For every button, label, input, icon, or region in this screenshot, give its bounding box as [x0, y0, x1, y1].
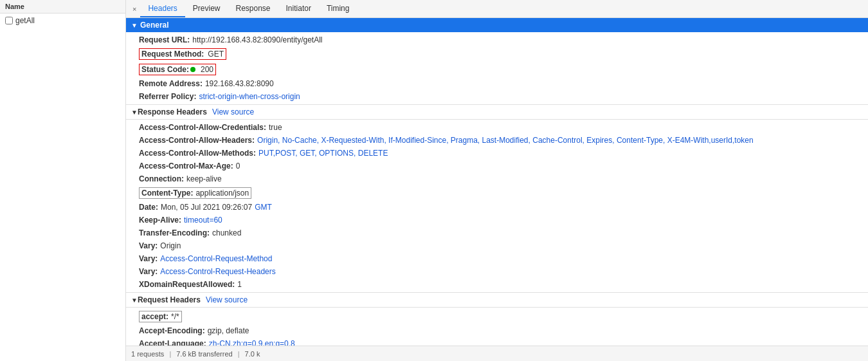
rh-row-10: Vary: Access-Control-Request-Method: [126, 252, 868, 265]
request-method-box: Request Method: GET: [139, 48, 226, 60]
rh-row-7: Keep-Alive: timeout=60: [126, 214, 868, 227]
rh-row-5: Content-Type: application/json: [126, 185, 868, 201]
rh-value-9: Origin: [160, 241, 181, 250]
rh-row-1: Access-Control-Allow-Headers: Origin, No…: [126, 134, 868, 147]
rh-label-3: Access-Control-Max-Age:: [139, 162, 233, 171]
tab-close-button[interactable]: ×: [129, 3, 140, 15]
rh-value-5: application/json: [195, 189, 249, 198]
rh-label-2: Access-Control-Allow-Methods:: [139, 149, 256, 158]
tab-response[interactable]: Response: [228, 1, 278, 17]
rh-label-4: Connection:: [139, 174, 184, 183]
response-headers-title: Response Headers: [138, 107, 207, 116]
referrer-policy-value: strict-origin-when-cross-origin: [199, 92, 300, 101]
status-code-label: Status Code:: [141, 65, 189, 74]
sidebar-item-getall[interactable]: getAll: [0, 14, 125, 28]
getall-label: getAll: [15, 16, 35, 25]
getall-checkbox[interactable]: [5, 17, 13, 24]
tab-initiator[interactable]: Initiator: [278, 1, 319, 17]
bottom-bar: 1 requests | 7.6 kB transferred | 7.0 k: [126, 346, 868, 361]
tab-headers[interactable]: Headers: [140, 1, 185, 17]
tab-timing[interactable]: Timing: [319, 1, 357, 17]
rh-label-11: Vary:: [139, 267, 158, 276]
rh-value-7: timeout=60: [184, 216, 222, 225]
remote-address-value: 192.168.43.82:8090: [205, 79, 274, 88]
status-code-box: Status Code: 200: [139, 64, 216, 75]
request-method-row: Request Method: GET: [126, 46, 868, 62]
remote-address-label: Remote Address:: [139, 79, 203, 88]
request-headers-view-source[interactable]: View source: [206, 295, 248, 304]
request-method-label: Request Method:: [141, 50, 204, 59]
tab-preview[interactable]: Preview: [185, 1, 228, 17]
rh-row-12: XDomainRequestAllowed: 1: [126, 278, 868, 291]
rh-label-1: Access-Control-Allow-Headers:: [139, 136, 255, 145]
rh-row-3: Access-Control-Max-Age: 0: [126, 160, 868, 172]
rh-value-2: PUT,POST, GET, OPTIONS, DELETE: [258, 149, 388, 158]
reqh-row-0: accept: */*: [126, 309, 868, 324]
reqh-row-1: Accept-Encoding: gzip, deflate: [126, 324, 868, 337]
general-section-header: ▼ General: [126, 18, 868, 32]
request-headers-body: accept: */* Accept-Encoding: gzip, defla…: [126, 308, 868, 346]
separator-1: |: [169, 350, 171, 358]
rh-label-12: XDomainRequestAllowed:: [139, 280, 235, 289]
rh-value-1: Origin, No-Cache, X-Requested-With, If-M…: [257, 136, 754, 145]
sidebar-header: Name: [0, 0, 125, 14]
status-dot: [190, 67, 195, 72]
request-headers-header: ▼ Request Headers View source: [126, 292, 868, 308]
tabs-bar: × Headers Preview Response Initiator Tim…: [126, 0, 868, 18]
referrer-policy-label: Referrer Policy:: [139, 92, 196, 101]
request-url-label: Request URL:: [139, 35, 190, 44]
rh-label-8: Transfer-Encoding:: [139, 228, 210, 237]
response-headers-view-source[interactable]: View source: [212, 107, 254, 116]
status-code-row: Status Code: 200: [126, 62, 868, 77]
rh-row-4: Connection: keep-alive: [126, 172, 868, 185]
response-headers-triangle: ▼: [131, 109, 138, 116]
response-headers-header: ▼ Response Headers View source: [126, 104, 868, 120]
rh-label-5: Content-Type:: [141, 189, 193, 198]
rh-row-2: Access-Control-Allow-Methods: PUT,POST, …: [126, 147, 868, 160]
rh-label-10: Vary:: [139, 254, 158, 263]
general-triangle: ▼: [131, 22, 138, 29]
rh-label-6: Date:: [139, 203, 158, 212]
reqh-label-1: Accept-Encoding:: [139, 326, 205, 335]
status-code-value: 200: [201, 65, 213, 74]
requests-count: 1 requests: [131, 350, 164, 358]
separator-2: |: [238, 350, 240, 358]
rh-value-4: keep-alive: [186, 174, 222, 183]
referrer-policy-row: Referrer Policy: strict-origin-when-cros…: [126, 90, 868, 103]
rh-value-10: Access-Control-Request-Method: [160, 254, 272, 263]
size-label: 7.0 k: [245, 350, 260, 358]
rh-row-11: Vary: Access-Control-Request-Headers: [126, 265, 868, 278]
rh-value-3: 0: [236, 162, 240, 171]
remote-address-row: Remote Address: 192.168.43.82:8090: [126, 77, 868, 90]
request-url-value: http://192.168.43.82:8090/entity/getAll: [192, 35, 322, 44]
rh-row-0: Access-Control-Allow-Credentials: true: [126, 121, 868, 134]
response-headers-body: Access-Control-Allow-Credentials: true A…: [126, 120, 868, 292]
rh-row-9: Vary: Origin: [126, 239, 868, 252]
reqh-value-0: */*: [171, 312, 179, 321]
rh-value-12: 1: [237, 280, 242, 289]
sidebar: Name getAll: [0, 0, 126, 361]
rh-label-7: Keep-Alive:: [139, 216, 181, 225]
request-headers-title: Request Headers: [138, 295, 201, 304]
rh-label-0: Access-Control-Allow-Credentials:: [139, 123, 266, 132]
reqh-value-1: gzip, deflate: [208, 326, 249, 335]
accept-box: accept: */*: [139, 311, 182, 322]
rh-row-8: Transfer-Encoding: chunked: [126, 227, 868, 239]
rh-value-8: chunked: [212, 228, 241, 237]
general-title: General: [140, 21, 169, 30]
request-method-value: GET: [208, 50, 224, 59]
rh-row-6: Date: Mon, 05 Jul 2021 09:26:07 GMT: [126, 201, 868, 214]
request-url-row: Request URL: http://192.168.43.82:8090/e…: [126, 33, 868, 46]
rh-value-11: Access-Control-Request-Headers: [160, 267, 275, 276]
content-panel: ▼ General Request URL: http://192.168.43…: [126, 18, 868, 346]
rh-value-6-normal: Mon, 05 Jul 2021 09:26:07: [161, 203, 252, 212]
reqh-row-2: Accept-Language: zh-CN,zh;q=0.9,en;q=0.8: [126, 337, 868, 346]
general-body: Request URL: http://192.168.43.82:8090/e…: [126, 32, 868, 104]
reqh-value-2: zh-CN,zh;q=0.9,en;q=0.8: [209, 339, 295, 346]
rh-value-0: true: [269, 123, 282, 132]
reqh-label-2: Accept-Language:: [139, 339, 206, 346]
content-type-box: Content-Type: application/json: [139, 187, 251, 199]
rh-label-9: Vary:: [139, 241, 158, 250]
transferred-size: 7.6 kB transferred: [176, 350, 232, 358]
reqh-label-0: accept:: [141, 312, 168, 321]
